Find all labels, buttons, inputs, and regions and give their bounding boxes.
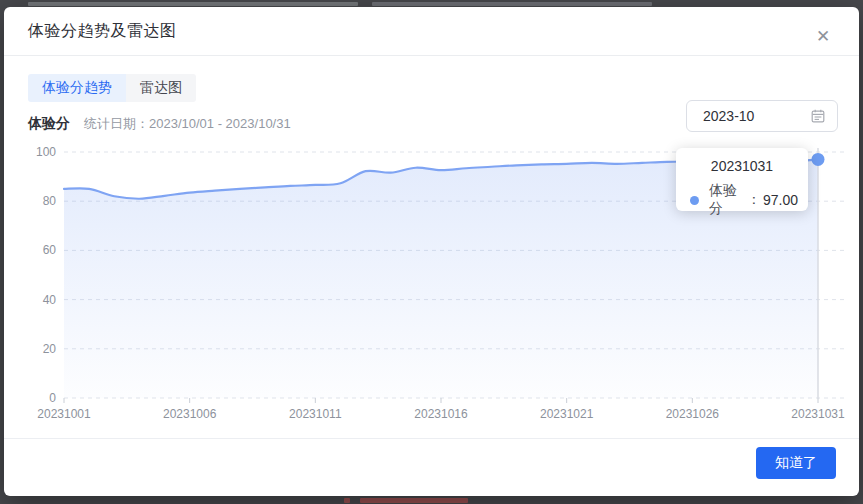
background-page-fragment bbox=[28, 2, 358, 6]
svg-text:20: 20 bbox=[43, 342, 57, 356]
background-page-fragment bbox=[360, 498, 468, 503]
series-dot-icon bbox=[690, 196, 699, 205]
confirm-button[interactable]: 知道了 bbox=[756, 447, 836, 479]
svg-text:100: 100 bbox=[36, 145, 56, 159]
svg-text:40: 40 bbox=[43, 293, 57, 307]
svg-text:0: 0 bbox=[49, 391, 56, 405]
footer-divider bbox=[4, 438, 859, 439]
svg-text:60: 60 bbox=[43, 243, 57, 257]
trend-line-chart[interactable]: 0204060801002023100120231006202310112023… bbox=[4, 7, 859, 496]
tooltip-series-label: 体验分 bbox=[709, 182, 743, 218]
chart-tooltip: 20231031 体验分 ： 97.00 bbox=[676, 148, 808, 211]
svg-text:20231016: 20231016 bbox=[414, 407, 468, 421]
trend-modal: 体验分趋势及雷达图 ✕ 体验分趋势 雷达图 体验分 统计日期：2023/10/0… bbox=[4, 7, 859, 496]
tooltip-series-row: 体验分 ： 97.00 bbox=[690, 182, 798, 218]
background-page-fragment bbox=[372, 2, 652, 6]
background-page-fragment bbox=[344, 498, 350, 503]
tooltip-separator: ： bbox=[747, 191, 761, 209]
svg-text:20231001: 20231001 bbox=[37, 407, 91, 421]
svg-text:80: 80 bbox=[43, 194, 57, 208]
svg-text:20231021: 20231021 bbox=[540, 407, 594, 421]
svg-text:20231011: 20231011 bbox=[289, 407, 342, 421]
tooltip-value: 97.00 bbox=[763, 192, 798, 208]
svg-text:20231026: 20231026 bbox=[666, 407, 720, 421]
svg-text:20231031: 20231031 bbox=[791, 407, 845, 421]
svg-text:20231006: 20231006 bbox=[163, 407, 217, 421]
tooltip-date: 20231031 bbox=[676, 158, 808, 174]
